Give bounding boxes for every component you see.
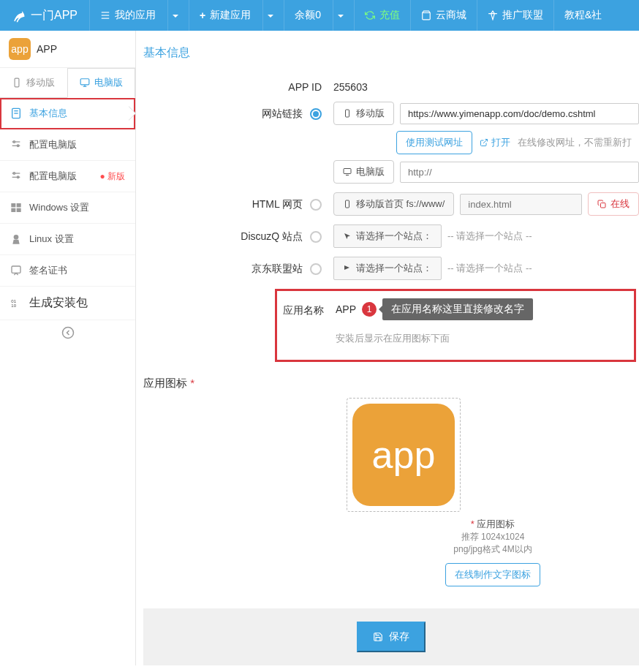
app-name-value[interactable]: APP (336, 303, 356, 315)
label-app-id: APP ID (143, 75, 333, 93)
icon-section-title: 应用图标 * (143, 377, 639, 390)
brand-text: 一门APP (31, 8, 77, 23)
external-icon (480, 138, 488, 147)
radio-discuz[interactable] (310, 231, 322, 243)
app-name-highlight: 应用名称 APP 1 在应用名称这里直接修改名字 安装后显示在应用图标下面 (275, 289, 636, 362)
radio-jd[interactable] (310, 263, 322, 275)
chevron-left-icon (61, 326, 75, 339)
radio-url[interactable] (310, 108, 322, 120)
doc-icon (10, 107, 22, 119)
make-icon-button[interactable]: 在线制作文字图标 (445, 563, 540, 586)
windows-icon (10, 202, 22, 214)
brand[interactable]: 一门APP (0, 8, 89, 23)
nav-promo[interactable]: 推广联盟 (477, 0, 553, 31)
icon-info: * 应用图标 推荐 1024x1024 png/jpg格式 4M以内 (347, 518, 639, 556)
label-jd: 京东联盟站 (143, 257, 333, 276)
nav-new-app[interactable]: + 新建应用 (189, 0, 284, 31)
menu-config-desktop[interactable]: 配置电脑版 (0, 129, 135, 161)
label-discuz: DiscuzQ 站点 (143, 224, 333, 243)
nav-cloud-mall[interactable]: 云商城 (410, 0, 477, 31)
nav-my-apps[interactable]: 我的应用 (89, 0, 189, 31)
menu-build[interactable]: 0110 生成安装包 (0, 287, 135, 320)
value-app-id: 255603 (333, 75, 639, 93)
svg-point-22 (14, 235, 19, 240)
svg-rect-21 (17, 208, 21, 212)
sidebar-menu: 基本信息 配置电脑版 配置电脑版 ● 新版 Windows 设置 Linux 设… (0, 98, 135, 320)
nav-recharge[interactable]: 充值 (354, 0, 410, 31)
jd-select-button[interactable]: 请选择一个站点： (333, 257, 442, 280)
mobile-url-input[interactable] (400, 103, 639, 124)
menu-basic-info[interactable]: 基本信息 (0, 98, 135, 129)
bag-icon (421, 10, 431, 20)
svg-rect-20 (11, 208, 15, 212)
step-badge: 1 (362, 302, 377, 317)
nav-balance[interactable]: 余额0 (284, 0, 354, 31)
svg-rect-1 (102, 15, 110, 15)
icon-upload-box[interactable]: app (347, 398, 461, 512)
flag-icon (343, 264, 352, 273)
svg-rect-27 (346, 110, 349, 117)
diamond-icon (488, 10, 498, 20)
tab-mobile[interactable]: 移动版 (0, 68, 67, 97)
svg-point-26 (62, 328, 73, 339)
svg-text:01: 01 (11, 298, 16, 303)
open-link[interactable]: 打开 (480, 136, 510, 149)
radio-html[interactable] (310, 199, 322, 211)
label-html: HTML 网页 (143, 192, 333, 211)
menu-config-desktop-new[interactable]: 配置电脑版 ● 新版 (0, 161, 135, 192)
row-html: HTML 网页 移动版首页 fs://www/ 在线 (143, 192, 639, 216)
html-home-button[interactable]: 移动版首页 fs://www/ (333, 192, 454, 216)
svg-rect-19 (17, 203, 21, 207)
html-file-input (460, 194, 582, 215)
menu-linux[interactable]: Linux 设置 (0, 224, 135, 255)
label-app-name: 应用名称 (277, 298, 336, 317)
binary-icon: 0110 (10, 298, 22, 309)
row-jd: 京东联盟站 请选择一个站点： -- 请选择一个站点 -- (143, 257, 639, 280)
svg-rect-18 (11, 203, 15, 207)
refresh-icon (365, 10, 375, 20)
app-name-hint: 安装后显示在应用图标下面 (336, 332, 634, 345)
svg-rect-31 (601, 203, 606, 208)
sliders-icon (10, 139, 22, 151)
collapse-sidebar-button[interactable] (0, 320, 135, 347)
app-header: app APP (0, 31, 135, 68)
section-title: 基本信息 (143, 45, 639, 61)
main-content: 基本信息 APP ID 255603 网站链接 移动版 使用测试网址 (136, 31, 639, 665)
mobile-icon (343, 109, 352, 118)
save-icon (373, 632, 383, 642)
desktop-url-button[interactable]: 电脑版 (333, 160, 394, 184)
menu-signing[interactable]: 签名证书 (0, 255, 135, 287)
new-badge: ● 新版 (99, 170, 125, 183)
copy-icon (597, 200, 606, 208)
row-url: 网站链接 移动版 使用测试网址 打开 在线修改网址，不需重新打 (143, 102, 639, 184)
footer-bar: 保存 (143, 608, 639, 665)
discuz-select-button[interactable]: 请选择一个站点： (333, 224, 442, 248)
icon-section: 应用图标 * app * 应用图标 推荐 1024x1024 png/jpg格式… (143, 377, 639, 586)
desktop-icon (80, 78, 90, 88)
caret-down-icon (268, 15, 273, 20)
caret-down-icon (338, 15, 344, 20)
mobile-url-button[interactable]: 移动版 (333, 102, 394, 125)
leaf-icon (12, 8, 26, 23)
sliders-icon (10, 170, 22, 182)
platform-tabs: 移动版 电脑版 (0, 68, 135, 98)
mobile-icon (12, 78, 22, 88)
linux-icon (10, 233, 22, 245)
test-url-button[interactable]: 使用测试网址 (396, 131, 472, 154)
app-name-label: APP (37, 43, 57, 55)
menu-windows[interactable]: Windows 设置 (0, 192, 135, 224)
app-icon-large: app (352, 404, 455, 506)
html-online-button[interactable]: 在线 (588, 192, 639, 216)
plus-icon: + (200, 10, 205, 21)
svg-text:10: 10 (11, 303, 16, 308)
jd-placeholder: -- 请选择一个站点 -- (447, 262, 532, 275)
nav-tutorial[interactable]: 教程&社 (553, 0, 612, 31)
desktop-icon (343, 167, 352, 176)
svg-rect-2 (102, 18, 110, 19)
svg-rect-28 (344, 169, 351, 174)
svg-rect-23 (12, 266, 20, 273)
url-hint: 在线修改网址，不需重新打 (518, 136, 632, 149)
save-button[interactable]: 保存 (357, 622, 426, 652)
desktop-url-input[interactable] (400, 162, 639, 183)
tab-desktop[interactable]: 电脑版 (67, 68, 136, 98)
